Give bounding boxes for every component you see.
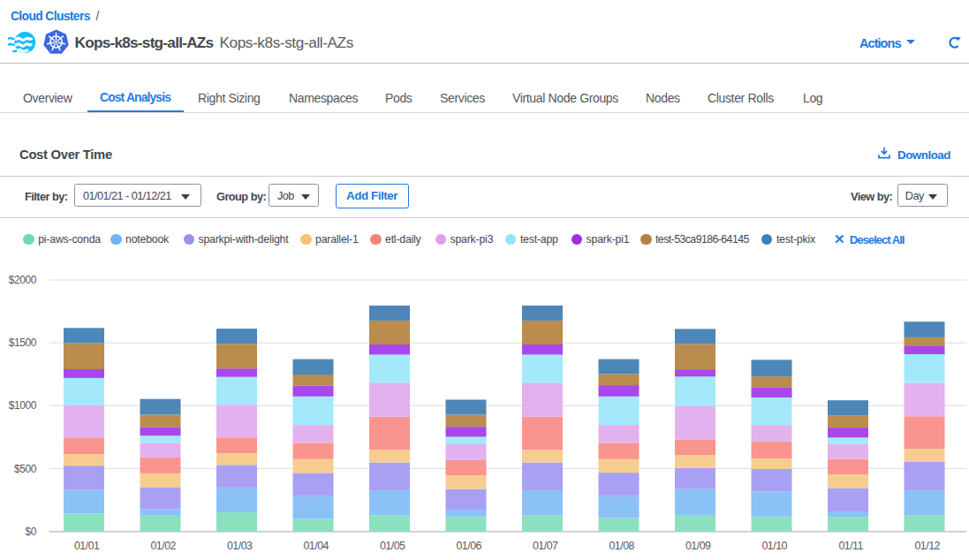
svg-text:$0: $0 [25, 526, 36, 538]
svg-text:$2000: $2000 [9, 274, 37, 286]
svg-text:01/09: 01/09 [685, 540, 711, 552]
svg-text:$1500: $1500 [9, 337, 37, 349]
svg-text:01/10: 01/10 [761, 540, 787, 552]
svg-text:01/08: 01/08 [609, 540, 634, 552]
svg-text:01/05: 01/05 [380, 540, 405, 552]
svg-text:01/02: 01/02 [150, 540, 176, 552]
svg-text:01/03: 01/03 [227, 540, 253, 552]
svg-text:01/07: 01/07 [533, 540, 558, 552]
svg-text:$500: $500 [14, 463, 37, 475]
svg-text:01/12: 01/12 [914, 540, 940, 552]
svg-text:01/11: 01/11 [838, 540, 863, 552]
svg-text:01/01: 01/01 [74, 540, 100, 552]
svg-text:01/04: 01/04 [303, 540, 329, 552]
svg-text:01/06: 01/06 [456, 540, 481, 552]
svg-text:$1000: $1000 [9, 399, 37, 412]
